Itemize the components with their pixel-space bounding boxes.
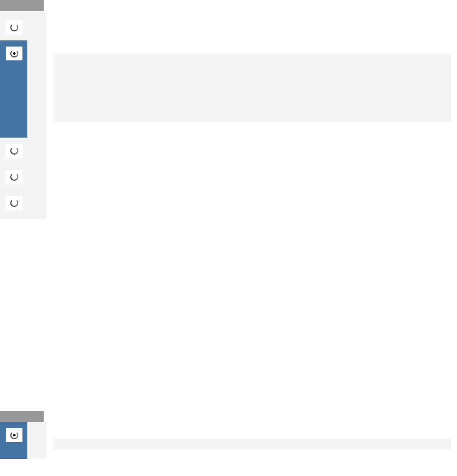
section-body — [0, 11, 457, 219]
sidebar-item-1[interactable] — [0, 14, 47, 40]
loading-icon — [6, 428, 22, 442]
loading-icon — [6, 144, 22, 158]
sidebar-item-4[interactable] — [0, 164, 47, 190]
loading-icon — [6, 47, 22, 60]
sidebar — [0, 422, 47, 459]
sidebar-item-3[interactable] — [0, 138, 47, 164]
sidebar-item-2-active[interactable] — [0, 40, 27, 138]
main-content — [47, 422, 457, 459]
section-header-bar — [0, 0, 44, 11]
sidebar-item-1-active[interactable] — [0, 422, 27, 459]
content-panel — [53, 53, 451, 122]
section-header-bar — [0, 411, 44, 422]
section-2 — [0, 411, 457, 459]
spacer — [0, 219, 457, 411]
loading-icon — [6, 170, 22, 184]
content-panel — [53, 439, 451, 449]
loading-icon — [6, 20, 22, 34]
main-content — [47, 11, 457, 219]
loading-icon — [6, 196, 22, 210]
section-1 — [0, 0, 457, 219]
sidebar — [0, 11, 47, 219]
section-body — [0, 422, 457, 459]
sidebar-item-5[interactable] — [0, 190, 47, 216]
